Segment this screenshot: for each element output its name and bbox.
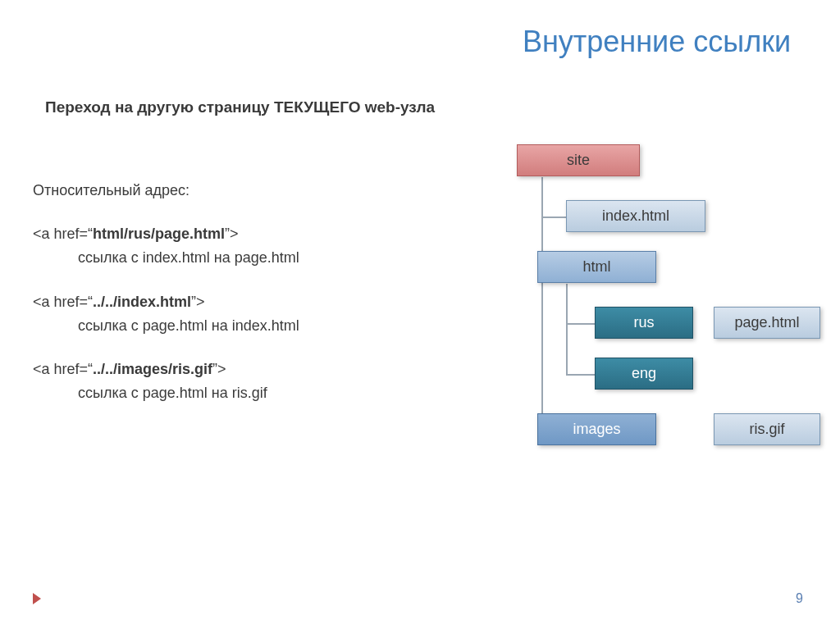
- connector-line: [566, 284, 568, 376]
- slide-marker-icon: [33, 593, 41, 604]
- page-subtitle: Переход на другую страницу ТЕКУЩЕГО web-…: [45, 98, 435, 116]
- node-index: index.html: [566, 200, 705, 232]
- example-3: <a href=“../../images/ris.gif”> ссылка с…: [33, 359, 435, 403]
- ex3-path: ../../images/ris.gif: [93, 361, 212, 377]
- node-eng: eng: [595, 358, 693, 390]
- page-number: 9: [796, 591, 803, 606]
- connector-line: [566, 323, 595, 325]
- node-images: images: [537, 413, 656, 445]
- ex1-description: ссылка с index.html на page.html: [33, 248, 435, 268]
- ex1-path: html/rus/page.html: [93, 226, 225, 242]
- connector-line: [541, 177, 543, 430]
- node-page: page.html: [714, 307, 820, 339]
- node-ris: ris.gif: [714, 413, 820, 445]
- example-2: <a href=“../../index.html”> ссылка с pag…: [33, 292, 435, 336]
- relative-address-heading: Относительный адрес:: [33, 180, 435, 201]
- node-site: site: [517, 144, 640, 176]
- page-title: Внутренние ссылки: [523, 25, 791, 59]
- node-html: html: [537, 251, 656, 283]
- text-column: Относительный адрес: <a href=“html/rus/p…: [33, 180, 435, 426]
- connector-line: [566, 374, 595, 376]
- ex3-description: ссылка с page.html на ris.gif: [33, 383, 435, 403]
- node-rus: rus: [595, 307, 693, 339]
- ex2-description: ссылка с page.html на index.html: [33, 316, 435, 336]
- ex2-path: ../../index.html: [93, 294, 191, 310]
- connector-line: [541, 217, 566, 218]
- example-1: <a href=“html/rus/page.html”> ссылка с i…: [33, 224, 435, 268]
- file-tree-diagram: site index.html html rus page.html eng i…: [427, 144, 820, 489]
